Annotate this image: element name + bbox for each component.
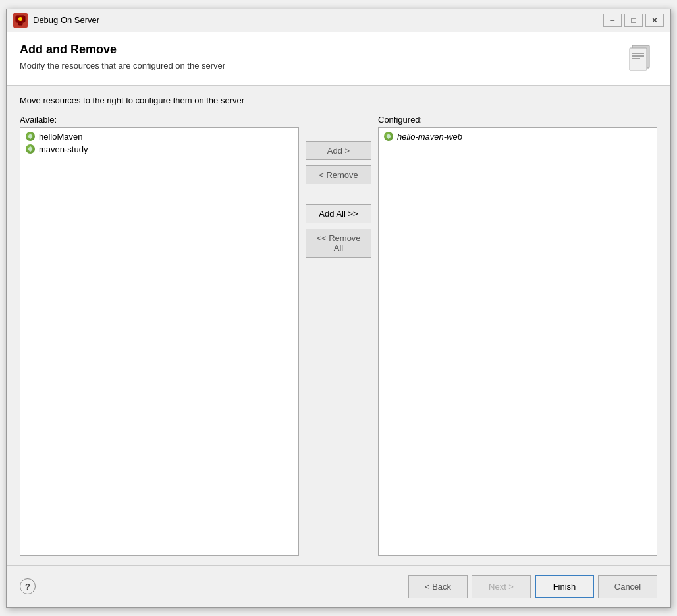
add-button[interactable]: Add > [306,141,371,160]
remove-all-button[interactable]: << Remove All [306,229,371,258]
configured-list[interactable]: hello-maven-web [378,127,657,556]
list-item[interactable]: maven-study [23,143,296,155]
configured-column: Configured: hello-maven-web [378,115,657,556]
header-section: Add and Remove Modify the resources that… [7,32,670,86]
project-icon [26,132,35,141]
back-button[interactable]: < Back [408,575,468,598]
minimize-button[interactable]: − [603,14,622,27]
svg-rect-4 [630,48,647,70]
available-item-1: maven-study [39,144,88,154]
svg-rect-2 [18,22,22,25]
close-button[interactable]: ✕ [645,14,664,27]
window-controls: − □ ✕ [603,14,664,27]
project-icon [26,144,35,154]
configured-item-0: hello-maven-web [397,132,462,142]
next-button[interactable]: Next > [472,575,531,598]
remove-button[interactable]: < Remove [306,165,371,184]
help-button[interactable]: ? [20,578,36,594]
svg-point-1 [18,17,22,21]
project-icon [384,132,393,141]
page-subtitle: Modify the resources that are configured… [20,61,225,70]
dialog-title: Debug On Server [33,15,603,25]
page-title: Add and Remove [20,43,225,57]
dialog: Debug On Server − □ ✕ Add and Remove Mod… [6,9,671,608]
list-item[interactable]: helloMaven [23,130,296,143]
footer: ? < Back Next > Finish Cancel [7,565,670,607]
maximize-button[interactable]: □ [624,14,643,27]
action-buttons: Add > < Remove Add All >> << Remove All [299,115,378,556]
cancel-button[interactable]: Cancel [598,575,657,598]
documents-icon [626,43,657,74]
app-icon [13,13,28,28]
add-all-button[interactable]: Add All >> [306,204,371,223]
available-item-0: helloMaven [39,132,83,142]
header-left: Add and Remove Modify the resources that… [20,43,225,70]
available-label: Available: [20,115,299,125]
instruction-text: Move resources to the right to configure… [20,96,657,105]
footer-buttons: < Back Next > Finish Cancel [408,575,657,598]
configured-label: Configured: [378,115,657,125]
header-icon [626,43,657,74]
available-column: Available: helloMaven maven-study [20,115,299,556]
finish-button[interactable]: Finish [535,575,594,598]
available-list[interactable]: helloMaven maven-study [20,127,299,556]
title-bar: Debug On Server − □ ✕ [7,9,670,32]
list-item[interactable]: hello-maven-web [381,130,654,143]
main-content: Move resources to the right to configure… [7,86,670,565]
